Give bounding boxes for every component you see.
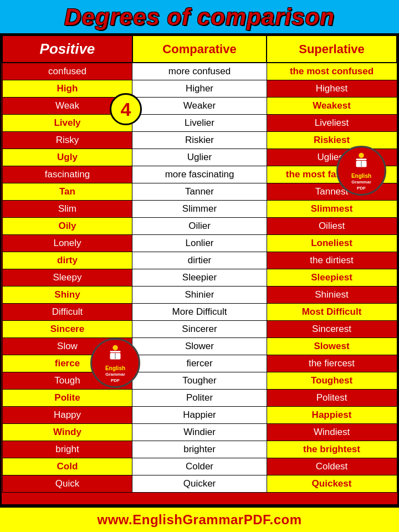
- logo-text-bottom: EnglishGrammarPDF: [105, 365, 125, 383]
- table-row: brightbrighterthe brightest: [2, 441, 397, 458]
- page-title: Degrees of comparison: [6, 4, 393, 30]
- cell-13-0: Shiny: [2, 287, 132, 304]
- cell-9-0: Oily: [2, 218, 132, 235]
- cell-23-2: Coldest: [267, 458, 397, 475]
- table-row: SleepySleepierSleepiest: [2, 269, 397, 287]
- table-header-row: Positive Comparative Superlative: [2, 35, 397, 63]
- cell-2-2: Weakest: [267, 98, 397, 115]
- cell-19-2: Politest: [267, 390, 397, 407]
- cell-24-2: Quickest: [267, 475, 397, 493]
- svg-rect-1: [356, 158, 367, 160]
- cell-14-2: Most Difficult: [267, 304, 397, 321]
- table-row: TanTannerTannest: [2, 183, 397, 201]
- cell-2-1: Weaker: [132, 98, 267, 115]
- table-row: DifficultMore DifficultMost Difficult: [2, 304, 397, 321]
- badge-number: 4: [110, 93, 142, 125]
- cell-0-2: the most confused: [267, 63, 397, 80]
- svg-point-0: [359, 153, 364, 158]
- svg-rect-7: [115, 353, 116, 359]
- cell-20-2: Happiest: [267, 407, 397, 424]
- svg-rect-3: [361, 161, 362, 167]
- table-row: ColdColderColdest: [2, 458, 397, 475]
- svg-point-4: [112, 345, 118, 351]
- cell-7-0: Tan: [2, 183, 132, 201]
- logo-text-top: EnglishGrammarPDF: [351, 172, 371, 191]
- cell-14-0: Difficult: [2, 304, 132, 321]
- footer: www.EnglishGrammarPDF.com: [0, 506, 399, 532]
- table-row: dirtydirtierthe dirtiest: [2, 252, 397, 269]
- cell-21-0: Windy: [2, 424, 132, 441]
- table-row: HighHigherHighest: [2, 80, 397, 98]
- table-row: SlowSlowerSlowest: [2, 338, 397, 355]
- logo-circle-top: EnglishGrammarPDF: [336, 146, 386, 196]
- page-wrapper: Degrees of comparison 4 EnglishGrammarPD…: [0, 0, 399, 532]
- table-row: confusedmore confusedthe most confused: [2, 63, 397, 80]
- col-positive: Positive: [2, 35, 132, 63]
- table-row: ShinyShinierShiniest: [2, 287, 397, 304]
- cell-15-0: Sincere: [2, 321, 132, 338]
- cell-10-1: Lonlier: [132, 235, 267, 252]
- cell-13-2: Shiniest: [267, 287, 397, 304]
- cell-3-1: Livelier: [132, 115, 267, 132]
- table-row: ToughTougherToughest: [2, 372, 397, 390]
- cell-5-1: Uglier: [132, 149, 267, 166]
- cell-17-2: the fiercest: [267, 355, 397, 372]
- cell-11-0: dirty: [2, 252, 132, 269]
- table-container: 4 EnglishGrammarPDF: [0, 33, 399, 506]
- cell-18-2: Toughest: [267, 372, 397, 390]
- cell-20-1: Happier: [132, 407, 267, 424]
- cell-19-1: Politer: [132, 390, 267, 407]
- cell-15-2: Sincerest: [267, 321, 397, 338]
- cell-4-0: Risky: [2, 132, 132, 149]
- comparison-table: Positive Comparative Superlative confuse…: [2, 35, 397, 493]
- cell-10-2: Loneliest: [267, 235, 397, 252]
- cell-20-0: Happy: [2, 407, 132, 424]
- table-row: OilyOilierOiliest: [2, 218, 397, 235]
- cell-6-1: more fascinating: [132, 166, 267, 183]
- cell-17-1: fiercer: [132, 355, 267, 372]
- cell-4-2: Riskiest: [267, 132, 397, 149]
- cell-21-1: Windier: [132, 424, 267, 441]
- table-row: LivelyLivelierLiveliest: [2, 115, 397, 132]
- cell-18-1: Tougher: [132, 372, 267, 390]
- cell-6-0: fascinating: [2, 166, 132, 183]
- cell-9-1: Oilier: [132, 218, 267, 235]
- cell-22-2: the brightest: [267, 441, 397, 458]
- footer-url: www.EnglishGrammarPDF.com: [3, 512, 396, 528]
- cell-23-0: Cold: [2, 458, 132, 475]
- table-row: LonelyLonlierLoneliest: [2, 235, 397, 252]
- cell-8-1: Slimmer: [132, 201, 267, 218]
- svg-rect-5: [110, 351, 121, 352]
- cell-5-0: Ugly: [2, 149, 132, 166]
- cell-16-2: Slowest: [267, 338, 397, 355]
- cell-9-2: Oiliest: [267, 218, 397, 235]
- cell-4-1: Riskier: [132, 132, 267, 149]
- header: Degrees of comparison: [0, 0, 399, 33]
- table-row: WindyWindierWindiest: [2, 424, 397, 441]
- table-row: SlimSlimmerSlimmest: [2, 201, 397, 218]
- cell-10-0: Lonely: [2, 235, 132, 252]
- cell-8-2: Slimmest: [267, 201, 397, 218]
- table-row: HappyHappierHappiest: [2, 407, 397, 424]
- logo-circle-bottom: EnglishGrammarPDF: [90, 338, 140, 388]
- cell-13-1: Shinier: [132, 287, 267, 304]
- cell-16-1: Slower: [132, 338, 267, 355]
- cell-8-0: Slim: [2, 201, 132, 218]
- cell-11-2: the dirtiest: [267, 252, 397, 269]
- cell-1-2: Highest: [267, 80, 397, 98]
- cell-22-0: bright: [2, 441, 132, 458]
- cell-1-0: High: [2, 80, 132, 98]
- cell-24-1: Quicker: [132, 475, 267, 493]
- cell-23-1: Colder: [132, 458, 267, 475]
- cell-12-0: Sleepy: [2, 269, 132, 287]
- cell-12-1: Sleepier: [132, 269, 267, 287]
- cell-0-0: confused: [2, 63, 132, 80]
- cell-15-1: Sincerer: [132, 321, 267, 338]
- cell-14-1: More Difficult: [132, 304, 267, 321]
- cell-11-1: dirtier: [132, 252, 267, 269]
- table-row: PolitePoliterPolitest: [2, 390, 397, 407]
- cell-0-1: more confused: [132, 63, 267, 80]
- cell-7-1: Tanner: [132, 183, 267, 201]
- cell-1-1: Higher: [132, 80, 267, 98]
- cell-22-1: brighter: [132, 441, 267, 458]
